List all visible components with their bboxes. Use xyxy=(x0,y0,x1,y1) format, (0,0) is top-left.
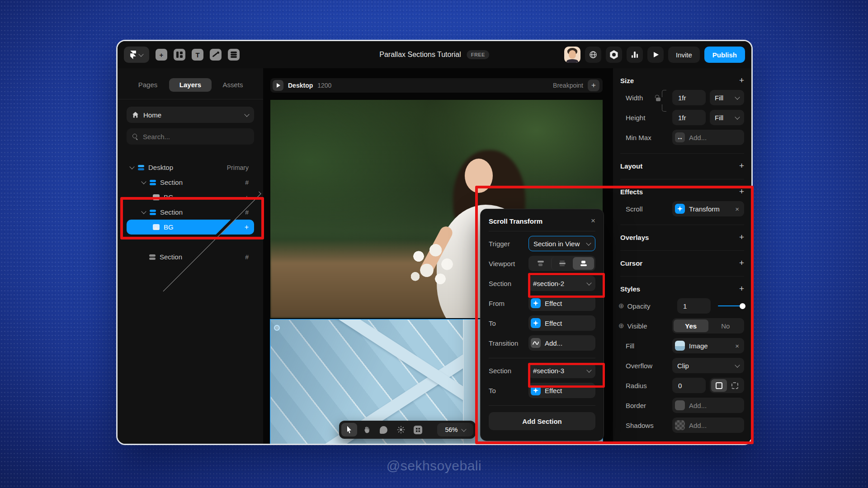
trigger-select[interactable]: Section in View xyxy=(528,236,595,251)
add-overlay-button[interactable]: + xyxy=(739,232,744,242)
chevron-down-icon[interactable] xyxy=(141,179,146,184)
minmax-row: Min Max ↔ Add... xyxy=(620,130,744,145)
transition-add-control[interactable]: Add... xyxy=(528,335,595,351)
shadows-add-control[interactable]: Add... xyxy=(672,418,744,433)
anchor-hash-icon[interactable]: # xyxy=(245,179,249,186)
size-link-toggle[interactable] xyxy=(659,90,666,112)
height-input[interactable]: 1fr xyxy=(672,110,706,125)
breakpoint-add-group: Breakpoint + xyxy=(553,80,600,91)
add-variable-icon[interactable]: ⊕ xyxy=(618,302,624,310)
layer-name: Section xyxy=(160,178,183,186)
minmax-placeholder: Add... xyxy=(689,134,707,141)
add-effect-icon[interactable]: + xyxy=(245,223,249,231)
add-variable-icon[interactable]: ⊕ xyxy=(618,322,624,330)
layer-row-desktop[interactable]: Desktop Primary xyxy=(127,160,254,175)
preview-button[interactable] xyxy=(647,47,664,63)
analytics-button[interactable] xyxy=(627,47,643,63)
close-icon[interactable]: × xyxy=(591,216,595,225)
theme-toggle-button[interactable] xyxy=(393,423,409,436)
add-breakpoint-button[interactable]: + xyxy=(588,80,599,91)
layout-tool-button[interactable] xyxy=(174,49,185,61)
breakpoint-header[interactable]: Desktop 1200 Breakpoint + xyxy=(270,78,603,93)
section-2-select[interactable]: #section-3 xyxy=(528,363,595,378)
from-effect-chip[interactable]: Effect xyxy=(528,296,595,311)
anchor-hash-icon[interactable]: # xyxy=(245,209,249,216)
tab-pages[interactable]: Pages xyxy=(127,78,169,92)
width-mode-select[interactable]: Fill xyxy=(710,90,744,105)
layer-row-section-1[interactable]: Section # xyxy=(127,175,254,190)
opacity-slider[interactable] xyxy=(718,305,744,307)
tab-layers[interactable]: Layers xyxy=(169,78,212,92)
opacity-input[interactable]: 1 xyxy=(677,298,711,314)
chevron-down-icon xyxy=(735,94,740,99)
invite-button[interactable]: Invite xyxy=(668,47,700,63)
zoom-select[interactable]: 56% xyxy=(437,423,473,436)
search-input[interactable]: Search... xyxy=(127,128,254,145)
visible-yes-option[interactable]: Yes xyxy=(674,319,708,332)
minmax-add-control[interactable]: ↔ Add... xyxy=(672,130,744,145)
add-style-button[interactable]: + xyxy=(739,284,744,294)
add-effect-icon[interactable]: + xyxy=(245,194,249,201)
radius-input[interactable]: 0 xyxy=(672,378,706,393)
framer-logo-menu-button[interactable] xyxy=(124,47,149,63)
canvas-toolbar: 56% xyxy=(339,421,476,439)
add-section-button[interactable]: Add Section xyxy=(489,412,595,430)
user-avatar[interactable] xyxy=(564,47,580,63)
layer-row-bg-2-selected[interactable]: BG + xyxy=(127,220,254,235)
remove-effect-icon[interactable]: × xyxy=(735,205,741,213)
page-selector[interactable]: Home xyxy=(127,107,254,123)
slider-knob[interactable] xyxy=(740,303,745,309)
add-layout-button[interactable]: + xyxy=(739,161,744,171)
pan-tool-button[interactable] xyxy=(359,423,374,436)
viewport-bottom-option[interactable] xyxy=(573,257,594,270)
snap-grid-button[interactable] xyxy=(410,423,426,436)
preview-frame-button[interactable] xyxy=(273,80,283,91)
radius-corners-option[interactable] xyxy=(727,379,743,392)
to-2-effect-chip[interactable]: Effect xyxy=(528,383,595,398)
chevron-down-icon[interactable] xyxy=(129,164,134,169)
to-effect-chip[interactable]: Effect xyxy=(528,315,595,331)
toolbar-left-group: + T xyxy=(124,47,240,63)
height-mode-select[interactable]: Fill xyxy=(710,110,744,125)
tab-assets[interactable]: Assets xyxy=(212,78,254,92)
select-tool-button[interactable] xyxy=(341,423,357,436)
main-content: Pages Layers Assets Home Search... xyxy=(118,68,751,444)
text-tool-button[interactable]: T xyxy=(192,49,203,61)
comment-tool-button[interactable] xyxy=(376,423,392,436)
radius-uniform-option[interactable] xyxy=(711,379,727,392)
cms-stack-tool-button[interactable] xyxy=(228,49,240,61)
section-1-select[interactable]: #section-2 xyxy=(528,276,595,291)
scroll-transform-chip[interactable]: Transform × xyxy=(672,201,744,216)
viewport-center-option[interactable] xyxy=(551,257,573,270)
width-input[interactable]: 1fr xyxy=(672,90,706,105)
opacity-label: Opacity xyxy=(627,302,651,310)
chevron-down-icon[interactable] xyxy=(141,209,146,214)
breakpoint-name[interactable]: Desktop xyxy=(288,82,313,89)
plus-icon: + xyxy=(160,51,164,59)
width-mode-value: Fill xyxy=(715,94,723,102)
overflow-select[interactable]: Clip xyxy=(672,358,744,373)
viewport-top-option[interactable] xyxy=(530,257,551,270)
publish-button[interactable]: Publish xyxy=(704,47,745,63)
vector-tool-button[interactable] xyxy=(210,49,222,61)
remove-fill-icon[interactable]: × xyxy=(735,342,741,350)
add-effect-button[interactable]: + xyxy=(739,187,744,197)
layout-title: Layout xyxy=(620,162,642,170)
plugins-button[interactable] xyxy=(606,47,622,63)
hand-icon xyxy=(363,426,370,434)
layer-row-bg-1[interactable]: BG + xyxy=(127,190,254,205)
plan-badge: FREE xyxy=(467,50,490,59)
fill-image-chip[interactable]: Image × xyxy=(672,338,744,353)
insert-tool-button[interactable]: + xyxy=(156,49,167,61)
selection-handle[interactable] xyxy=(274,325,280,331)
layer-row-section-3[interactable]: Section # xyxy=(127,235,254,249)
site-globe-button[interactable] xyxy=(585,47,601,63)
radius-label: Radius xyxy=(620,382,647,389)
add-cursor-button[interactable]: + xyxy=(739,258,744,268)
add-size-button[interactable]: + xyxy=(739,75,744,85)
toolbar-right-group: Invite Publish xyxy=(564,47,745,63)
border-add-control[interactable]: Add... xyxy=(672,398,744,413)
visible-no-option[interactable]: No xyxy=(708,319,743,332)
anchor-hash-icon[interactable]: # xyxy=(245,253,249,261)
project-title[interactable]: Parallax Sections Tutorial xyxy=(379,51,461,59)
